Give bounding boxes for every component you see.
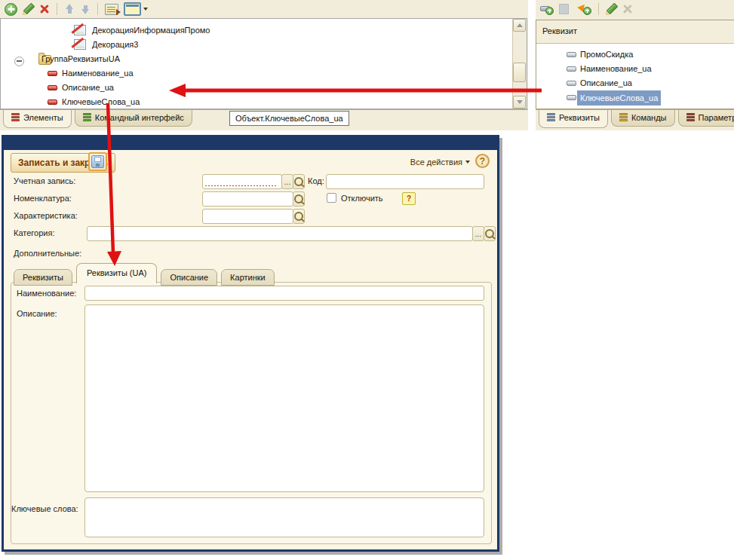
tab-label: Элементы xyxy=(23,113,63,122)
decoration-icon xyxy=(74,25,86,35)
tab-bars-icon xyxy=(619,113,628,122)
help-icon[interactable]: ? xyxy=(475,154,490,168)
scroll-up-button[interactable] xyxy=(513,19,526,32)
list-item-label[interactable]: Описание_ua xyxy=(580,76,632,90)
tree-item-label[interactable]: КлючевыеСлова_ua xyxy=(62,95,140,109)
tab-command-interface[interactable]: Командный интерфейс xyxy=(75,110,192,127)
tab-description[interactable]: Описание xyxy=(161,269,217,286)
tab-label: Картинки xyxy=(230,273,266,282)
search-icon xyxy=(485,229,494,238)
attribute-icon xyxy=(48,85,57,90)
search-icon xyxy=(294,177,303,186)
move-down-icon[interactable] xyxy=(80,4,91,14)
characteristic-input[interactable] xyxy=(202,209,293,224)
scrollbar-thumb[interactable] xyxy=(513,63,526,82)
add-icon[interactable] xyxy=(5,3,17,16)
move-up-icon[interactable] xyxy=(64,4,75,14)
list-header[interactable]: Реквизит xyxy=(536,20,734,44)
nomenclature-input[interactable] xyxy=(202,191,293,207)
tree-item-label[interactable]: ГруппаРеквизитыUA xyxy=(41,52,120,66)
window-titlebar[interactable] xyxy=(4,137,497,150)
add-command-icon[interactable] xyxy=(578,4,591,15)
name-label: Наименование: xyxy=(17,289,76,298)
tree-item[interactable]: ГруппаРеквизитыUA xyxy=(1,52,499,66)
tab-attributes-ua[interactable]: Реквизиты (UA) xyxy=(76,263,158,283)
all-actions-button[interactable]: Все действия xyxy=(410,158,470,167)
keywords-textarea[interactable] xyxy=(84,497,484,537)
tree-item[interactable]: Декорация3 xyxy=(1,38,499,51)
tab-label: Командный интерфейс xyxy=(95,113,184,122)
tab-attributes-ru[interactable]: Реквизиты xyxy=(14,269,72,286)
tab-elements[interactable]: Элементы xyxy=(3,110,72,128)
expander-icon[interactable] xyxy=(14,57,24,66)
object-path-tooltip: Объект.КлючевыеСлова_ua xyxy=(229,111,349,126)
toolbar-separator xyxy=(598,3,599,15)
tab-label: Команды xyxy=(631,113,667,122)
list-item[interactable]: Наименование_ua xyxy=(536,62,732,75)
search-icon xyxy=(294,212,303,221)
tree-item-label[interactable]: ДекорацияИнформацияПромо xyxy=(92,23,210,37)
list-header-label: Реквизит xyxy=(542,26,577,35)
hint-icon[interactable]: ? xyxy=(402,192,416,205)
edit-icon[interactable] xyxy=(606,4,617,15)
scroll-down-button[interactable] xyxy=(513,96,526,109)
tree-item-label[interactable]: Наименование_ua xyxy=(62,66,134,80)
decoration-icon xyxy=(74,39,86,50)
save-button[interactable] xyxy=(88,152,107,171)
list-item-label[interactable]: ПромоСкидка xyxy=(580,47,633,61)
tree-item[interactable]: Наименование_ua xyxy=(1,66,499,80)
tab-pictures[interactable]: Картинки xyxy=(221,269,275,286)
list-item[interactable]: КлючевыеСлова_ua xyxy=(536,90,732,104)
elements-toolbar xyxy=(0,0,528,18)
tree-item[interactable]: ДекорацияИнформацияПромо xyxy=(1,23,499,37)
list-item-label[interactable]: Наименование_ua xyxy=(580,62,652,75)
account-search-button[interactable] xyxy=(293,174,305,189)
category-select-button[interactable]: ... xyxy=(472,226,484,241)
check-form-icon[interactable] xyxy=(105,4,118,15)
tab-bars-icon xyxy=(686,113,695,122)
tree-item[interactable]: КлючевыеСлова_ua xyxy=(1,95,499,109)
add-tabular-icon[interactable] xyxy=(559,4,573,15)
attribute-icon xyxy=(48,71,57,76)
tree-item[interactable]: Описание_ua xyxy=(1,81,499,94)
save-icon xyxy=(91,155,104,168)
category-input[interactable] xyxy=(87,226,473,241)
tab-attributes[interactable]: Реквизиты xyxy=(539,110,608,128)
disable-checkbox[interactable] xyxy=(327,193,336,203)
tree-item-label[interactable]: Описание_ua xyxy=(62,81,114,94)
triangle-up-icon xyxy=(517,23,523,27)
delete-icon[interactable] xyxy=(622,4,633,14)
dropdown-caret[interactable] xyxy=(143,8,148,11)
tab-commands[interactable]: Команды xyxy=(611,110,675,127)
description-label: Описание: xyxy=(17,309,57,318)
account-input[interactable] xyxy=(202,174,282,189)
add-attribute-icon[interactable] xyxy=(540,4,554,15)
list-item[interactable]: ПромоСкидка xyxy=(536,47,732,61)
attribute-icon xyxy=(48,99,57,105)
edit-icon[interactable] xyxy=(23,4,34,15)
code-input[interactable] xyxy=(326,174,484,189)
tab-label: Описание xyxy=(170,273,208,282)
characteristic-search-button[interactable] xyxy=(293,209,305,224)
nomenclature-search-button[interactable] xyxy=(293,191,305,207)
tab-bars-icon xyxy=(547,113,555,122)
tab-parameters[interactable]: Параметр xyxy=(678,110,734,127)
tab-label: Реквизиты xyxy=(559,113,600,122)
tab-bars-icon xyxy=(83,113,91,122)
description-textarea[interactable] xyxy=(84,304,484,492)
category-search-button[interactable] xyxy=(484,226,496,241)
tab-label: Реквизиты xyxy=(23,273,63,282)
preview-icon[interactable] xyxy=(124,2,141,16)
tree-item-label[interactable]: Декорация3 xyxy=(92,38,138,51)
category-label: Категория: xyxy=(14,228,54,237)
list-item-label[interactable]: КлючевыеСлова_ua xyxy=(577,90,661,106)
account-select-button[interactable]: ... xyxy=(281,174,293,189)
elements-tree: ДекорацияИнформацияПромо Декорация3 Груп… xyxy=(0,18,527,109)
tree-scrollbar[interactable] xyxy=(512,19,527,109)
attributes-tabstrip: Реквизиты Команды Параметр xyxy=(536,109,734,130)
delete-icon[interactable] xyxy=(39,4,50,14)
list-item[interactable]: Описание_ua xyxy=(536,76,732,90)
nomenclature-label: Номенклатура: xyxy=(14,194,72,203)
characteristic-label: Характеристика: xyxy=(14,211,78,220)
name-input[interactable] xyxy=(84,286,484,301)
